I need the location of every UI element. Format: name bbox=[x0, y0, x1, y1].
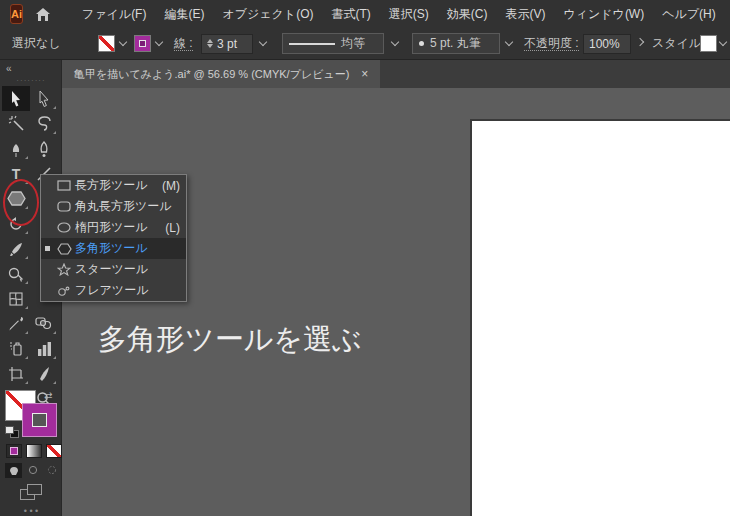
control-bar: 選択なし 線 : 3 pt 均等 5 pt. 丸筆 不透明度 : 100% スタ… bbox=[0, 28, 730, 60]
shape-tools-flyout: 長方形ツール (M) 角丸長方形ツール 楕円形ツール (L) 多角形ツール bbox=[40, 174, 187, 302]
blend-tool[interactable] bbox=[30, 311, 58, 336]
magic-wand-tool[interactable] bbox=[2, 111, 30, 136]
type-tool[interactable]: T bbox=[2, 161, 30, 186]
artboard[interactable] bbox=[470, 119, 730, 516]
menu-object[interactable]: オブジェクト(O) bbox=[213, 6, 322, 23]
flyout-item-rectangle[interactable]: 長方形ツール (M) bbox=[41, 175, 186, 196]
stroke-weight-field[interactable]: 3 pt bbox=[201, 28, 253, 59]
brush-select[interactable]: 5 pt. 丸筆 bbox=[412, 28, 500, 59]
menu-select[interactable]: 選択(S) bbox=[380, 6, 438, 23]
home-icon[interactable] bbox=[35, 7, 51, 22]
app-logo-icon: Ai bbox=[10, 4, 23, 24]
default-fill-stroke-icon[interactable] bbox=[5, 426, 19, 438]
artboard-tool[interactable] bbox=[2, 361, 30, 386]
swap-fill-stroke-icon[interactable]: ⇄ bbox=[44, 390, 52, 401]
style-swatch[interactable] bbox=[700, 28, 717, 59]
slice-tool[interactable] bbox=[30, 361, 58, 386]
menu-type[interactable]: 書式(T) bbox=[322, 6, 379, 23]
rectangle-icon bbox=[53, 180, 75, 191]
draw-behind-icon[interactable] bbox=[24, 463, 41, 478]
polygon-icon bbox=[53, 243, 75, 255]
toolbar-more-icon[interactable]: • • • bbox=[0, 506, 62, 516]
fill-dropdown-chevron-icon[interactable] bbox=[120, 28, 126, 59]
menu-bar: Ai ファイル(F) 編集(E) オブジェクト(O) 書式(T) 選択(S) 効… bbox=[0, 0, 730, 28]
illustrator-window: Ai ファイル(F) 編集(E) オブジェクト(O) 書式(T) 選択(S) 効… bbox=[0, 0, 730, 516]
menu-effect[interactable]: 効果(C) bbox=[438, 6, 497, 23]
flyout-item-ellipse[interactable]: 楕円形ツール (L) bbox=[41, 217, 186, 238]
eyedropper-tool[interactable] bbox=[2, 311, 30, 336]
stroke-dropdown-chevron-icon[interactable] bbox=[156, 28, 162, 59]
screen-mode-icon[interactable] bbox=[20, 484, 44, 502]
gradient-button[interactable] bbox=[26, 444, 42, 458]
menu-items: ファイル(F) 編集(E) オブジェクト(O) 書式(T) 選択(S) 効果(C… bbox=[73, 6, 725, 23]
shape-tool-polygon[interactable] bbox=[2, 186, 30, 211]
star-icon bbox=[53, 263, 75, 276]
toolbar-collapse-icon[interactable]: « bbox=[6, 63, 11, 74]
stroke-weight-stepper[interactable] bbox=[207, 39, 213, 48]
style-chevron-icon[interactable] bbox=[720, 28, 726, 59]
tab-close-icon[interactable]: × bbox=[361, 67, 368, 81]
stroke-color-swatch[interactable] bbox=[134, 28, 151, 59]
lasso-tool[interactable] bbox=[30, 111, 58, 136]
rotate-tool[interactable] bbox=[2, 211, 30, 236]
direct-selection-tool[interactable] bbox=[30, 86, 58, 111]
paint-style-row bbox=[6, 444, 62, 458]
shape-builder-tool[interactable] bbox=[2, 261, 30, 286]
stroke-weight-chevron-icon[interactable] bbox=[260, 28, 266, 59]
color-button[interactable] bbox=[6, 444, 22, 458]
paintbrush-tool[interactable] bbox=[2, 236, 30, 261]
curvature-tool[interactable] bbox=[30, 136, 58, 161]
tab-bar: 亀甲を描いてみよう.ai* @ 56.69 % (CMYK/プレビュー) × bbox=[62, 60, 730, 88]
rounded-rectangle-icon bbox=[53, 201, 75, 212]
stroke-swatch-magenta[interactable] bbox=[22, 403, 57, 437]
width-profile-chevron-icon[interactable] bbox=[392, 28, 398, 59]
document-tab[interactable]: 亀甲を描いてみよう.ai* @ 56.69 % (CMYK/プレビュー) × bbox=[62, 60, 380, 88]
current-tool-bullet bbox=[41, 246, 53, 251]
caption-text: 多角形ツールを選ぶ bbox=[98, 320, 362, 360]
pen-tool[interactable] bbox=[2, 136, 30, 161]
stroke-label[interactable]: 線 : bbox=[174, 28, 193, 59]
none-button[interactable] bbox=[46, 444, 62, 458]
menu-file[interactable]: ファイル(F) bbox=[73, 6, 155, 23]
draw-normal-icon[interactable] bbox=[5, 463, 22, 478]
flyout-item-rounded-rectangle[interactable]: 角丸長方形ツール bbox=[41, 196, 186, 217]
ellipse-icon bbox=[53, 222, 75, 233]
opacity-arrow-icon[interactable] bbox=[637, 28, 643, 59]
column-graph-tool[interactable] bbox=[30, 336, 58, 361]
toolbar-grip-handle[interactable]: ········ bbox=[0, 76, 62, 85]
flyout-item-flare[interactable]: フレアツール bbox=[41, 280, 186, 301]
width-profile-select[interactable]: 均等 bbox=[282, 28, 384, 59]
opacity-field[interactable]: 100% bbox=[583, 28, 631, 59]
fill-color-swatch[interactable] bbox=[98, 28, 115, 59]
document-tab-title: 亀甲を描いてみよう.ai* @ 56.69 % (CMYK/プレビュー) bbox=[74, 67, 349, 82]
brush-chevron-icon[interactable] bbox=[506, 28, 512, 59]
menu-window[interactable]: ウィンドウ(W) bbox=[554, 6, 653, 23]
opacity-label[interactable]: 不透明度 : bbox=[524, 28, 579, 59]
flyout-item-polygon[interactable]: 多角形ツール bbox=[41, 238, 186, 259]
drawing-modes-row bbox=[5, 463, 60, 478]
flyout-item-star[interactable]: スターツール bbox=[41, 259, 186, 280]
menu-edit[interactable]: 編集(E) bbox=[155, 6, 213, 23]
symbol-sprayer-tool[interactable] bbox=[2, 336, 30, 361]
selection-tool[interactable] bbox=[2, 86, 30, 111]
flare-icon bbox=[53, 285, 75, 297]
menu-help[interactable]: ヘルプ(H) bbox=[653, 6, 725, 23]
menu-view[interactable]: 表示(V) bbox=[496, 6, 554, 23]
draw-inside-icon[interactable] bbox=[43, 463, 60, 478]
selection-status: 選択なし bbox=[12, 28, 61, 59]
mesh-tool[interactable] bbox=[2, 286, 30, 311]
